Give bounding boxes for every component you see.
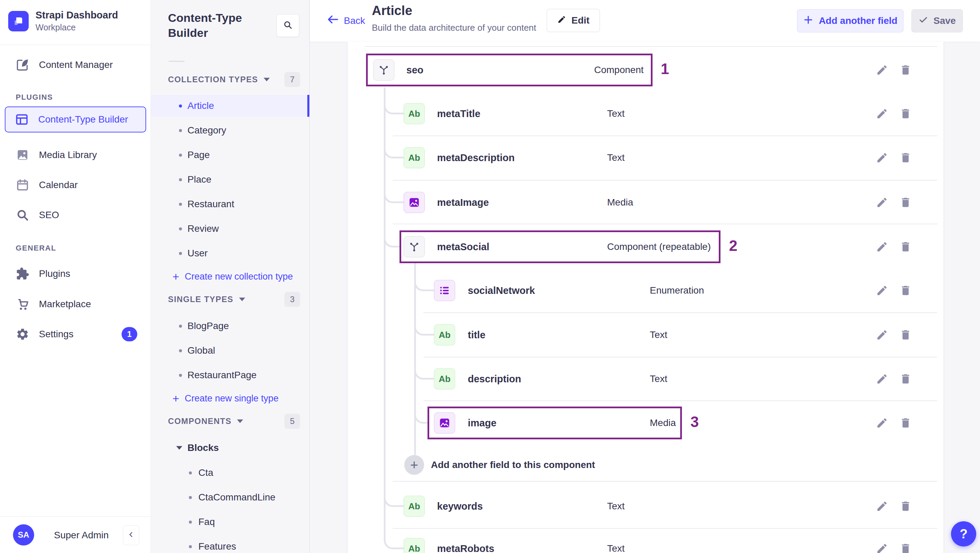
sidebar-item-label: Faq <box>198 511 215 533</box>
edit-label: Edit <box>572 15 590 26</box>
delete-field-button[interactable] <box>899 542 912 553</box>
create-link-label: Create new single type <box>185 388 278 408</box>
create-new-single-type-link[interactable]: +Create new single type <box>151 388 309 408</box>
field-row-metaimage[interactable]: metaImageMedia <box>348 181 943 224</box>
sidebar-item-cta[interactable]: Cta <box>151 462 309 484</box>
sidebar-item-ctacommandline[interactable]: CtaCommandLine <box>151 486 309 508</box>
delete-field-button[interactable] <box>899 241 912 253</box>
field-row-metadescription[interactable]: AbmetaDescriptionText <box>348 136 943 180</box>
enum-icon <box>434 280 455 301</box>
nav-item-content-manager[interactable]: Content Manager <box>0 52 151 77</box>
component-group-label: Blocks <box>188 437 219 459</box>
field-row-seo[interactable]: seoComponent <box>348 48 943 92</box>
avatar: SA <box>13 524 34 545</box>
sidebar-item-user[interactable]: User <box>151 242 309 264</box>
edit-field-button[interactable] <box>876 241 888 253</box>
nav-item-calendar[interactable]: Calendar <box>0 173 151 197</box>
delete-field-button[interactable] <box>899 64 912 76</box>
save-button[interactable]: Save <box>912 9 963 32</box>
components-heading[interactable]: COMPONENTS <box>168 414 243 429</box>
edit-field-button[interactable] <box>876 108 888 120</box>
sidebar-item-place[interactable]: Place <box>151 168 309 191</box>
field-row-socialnetwork[interactable]: socialNetworkEnumeration <box>348 269 943 312</box>
edit-field-button[interactable] <box>876 64 888 76</box>
sidebar-item-label: RestaurantPage <box>188 364 256 386</box>
sidebar-item-global[interactable]: Global <box>151 340 309 361</box>
help-button[interactable]: ? <box>951 521 976 547</box>
edit-field-button[interactable] <box>876 373 888 385</box>
field-row-metatitle[interactable]: AbmetaTitleText <box>348 92 943 135</box>
edit-field-button[interactable] <box>876 284 888 297</box>
sidebar-item-page[interactable]: Page <box>151 144 309 166</box>
field-row-description[interactable]: AbdescriptionText <box>348 357 943 401</box>
annotation-number: 3 <box>690 413 698 431</box>
sidebar-item-article[interactable]: Article <box>151 95 309 117</box>
add-another-field-button[interactable]: Add another field <box>797 9 904 32</box>
field-row-metasocial[interactable]: metaSocialComponent (repeatable) <box>348 225 943 269</box>
field-row-title[interactable]: AbtitleText <box>348 313 943 357</box>
edit-field-button[interactable] <box>876 152 888 164</box>
delete-field-button[interactable] <box>899 417 912 429</box>
nav-item-plugins[interactable]: Plugins <box>0 262 151 286</box>
delete-field-button[interactable] <box>899 152 912 164</box>
nav-item-content-type-builder[interactable]: Content-Type Builder <box>5 106 146 132</box>
delete-field-button[interactable] <box>899 329 912 341</box>
chevron-left-icon <box>127 531 135 540</box>
field-name: metaImage <box>437 181 489 224</box>
delete-field-button[interactable] <box>899 284 912 297</box>
sidebar-item-review[interactable]: Review <box>151 218 309 240</box>
text-icon: Ab <box>404 496 425 517</box>
single-types-heading[interactable]: SINGLE TYPES <box>168 292 245 307</box>
gear-icon <box>16 327 29 341</box>
sidebar-item-category[interactable]: Category <box>151 119 309 141</box>
create-new-collection-type-link[interactable]: +Create new collection type <box>151 266 309 287</box>
divider <box>169 61 185 62</box>
field-row-metarobots[interactable]: AbmetaRobotsText <box>348 527 943 553</box>
field-type: Component (repeatable) <box>607 225 711 269</box>
collapse-sidebar-button[interactable] <box>123 525 139 545</box>
section-heading-label: COLLECTION TYPES <box>168 75 258 84</box>
sidebar-item-restaurantpage[interactable]: RestaurantPage <box>151 364 309 386</box>
arrow-left-icon <box>327 14 339 27</box>
search-button[interactable] <box>277 14 299 37</box>
nav-item-media-library[interactable]: Media Library <box>0 143 151 167</box>
nav-item-seo[interactable]: SEO <box>0 203 151 227</box>
delete-field-button[interactable] <box>899 196 912 208</box>
section-heading-label: COMPONENTS <box>168 416 232 426</box>
text-icon: Ab <box>404 538 425 553</box>
field-name: keywords <box>437 485 483 528</box>
nav-item-settings[interactable]: Settings 1 <box>0 322 151 346</box>
field-name: metaDescription <box>437 136 515 180</box>
sidebar-item-label: Place <box>188 168 212 191</box>
edit-field-button[interactable] <box>876 542 888 553</box>
text-icon: Ab <box>434 324 455 345</box>
sidebar-item-restaurant[interactable]: Restaurant <box>151 193 309 215</box>
field-name: metaSocial <box>437 225 489 269</box>
collection-types-count-badge: 7 <box>285 72 300 87</box>
sidebar-item-faq[interactable]: Faq <box>151 511 309 533</box>
delete-field-button[interactable] <box>899 373 912 385</box>
back-link[interactable]: Back <box>327 14 365 27</box>
field-type: Text <box>650 357 667 401</box>
edit-field-button[interactable] <box>876 500 888 512</box>
edit-field-button[interactable] <box>876 196 888 208</box>
nav-item-marketplace[interactable]: Marketplace <box>0 292 151 316</box>
edit-field-button[interactable] <box>876 417 888 429</box>
collection-types-heading[interactable]: COLLECTION TYPES <box>168 72 270 87</box>
sidebar-item-label: Category <box>188 119 226 141</box>
single-types-count-badge: 3 <box>285 292 300 307</box>
field-row-image[interactable]: imageMedia <box>348 401 943 445</box>
sidebar-item-features[interactable]: Features <box>151 536 309 553</box>
field-row-keywords[interactable]: AbkeywordsText <box>348 485 943 528</box>
delete-field-button[interactable] <box>899 108 912 120</box>
delete-field-button[interactable] <box>899 500 912 512</box>
add-field-to-component-row[interactable]: +Add another field to this component <box>348 454 943 476</box>
bullet-icon <box>189 521 192 524</box>
edit-field-button[interactable] <box>876 329 888 341</box>
field-type: Text <box>650 313 667 357</box>
plus-circle-button[interactable]: + <box>404 455 424 475</box>
sidebar-item-blogpage[interactable]: BlogPage <box>151 315 309 337</box>
annotation-number: 2 <box>729 237 737 254</box>
component-group-blocks[interactable]: Blocks <box>151 437 309 459</box>
edit-button[interactable]: Edit <box>547 9 600 32</box>
